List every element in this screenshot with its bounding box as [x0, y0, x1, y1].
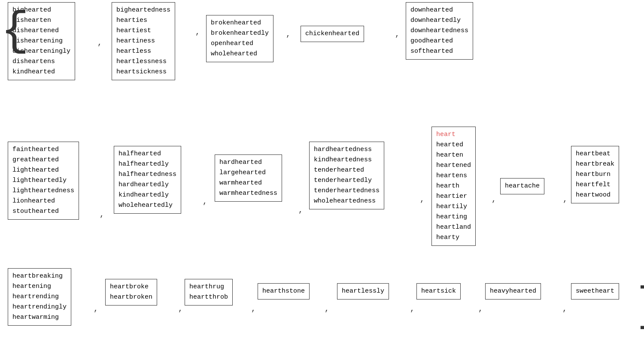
word-heartlessness: heartlessness [116, 57, 170, 67]
word-box-box11: heartache [500, 178, 544, 194]
comma-c3: , [286, 30, 291, 39]
word-box-box14: heartbrokeheartbroken [105, 279, 157, 306]
word-wholehearted: wholehearted [211, 49, 269, 59]
word-halfhearted: halfhearted [118, 149, 176, 159]
word-hardheartedness: hardheartedness [314, 145, 380, 155]
word-heartland: heartland [436, 222, 471, 233]
word-disheartens: disheartens [12, 57, 70, 67]
word-heartened: heartened [436, 160, 471, 171]
comma-c8: , [420, 195, 425, 204]
word-heartache: heartache [505, 181, 540, 191]
word-tenderheartedness: tenderheartedness [314, 186, 380, 196]
comma-c15: , [410, 305, 415, 313]
word-hardheartedly: hardheartedly [118, 180, 176, 190]
word-box-box10: heartheartedheartenheartenedheartenshear… [431, 127, 476, 246]
comma-c6: , [203, 197, 207, 206]
word-box-box7: halfheartedhalfheartedlyhalfheartednessh… [114, 146, 181, 214]
word-box-box8: hardheartedlargeheartedwarmheartedwarmhe… [215, 154, 282, 202]
word-lionhearted: lionhearted [12, 196, 74, 206]
word-hearten: hearten [436, 150, 471, 160]
comma-c9: , [492, 195, 496, 204]
word-heartiness: heartiness [116, 36, 170, 46]
word-box-box19: heavyhearted [485, 283, 541, 300]
word-heartsick: heartsick [421, 286, 456, 297]
word-hearth: hearth [436, 181, 471, 191]
word-box-box4: chickenhearted [301, 26, 364, 42]
word-bigheartedness: bigheartedness [116, 5, 170, 15]
word-downhearted: downhearted [410, 5, 468, 15]
word-box-box13: heartbreakinghearteningheartrendingheart… [8, 268, 71, 326]
word-halfheartedly: halfheartedly [118, 159, 176, 169]
word-heartbroke: heartbroke [110, 282, 152, 292]
word-lighthearted: lighthearted [12, 165, 74, 176]
word-greathearted: greathearted [12, 155, 74, 165]
word-hearted: hearted [436, 140, 471, 150]
word-heartens: heartens [436, 171, 471, 181]
word-chickenhearted: chickenhearted [305, 29, 359, 39]
comma-c4: , [395, 30, 400, 39]
comma-c1: , [97, 39, 102, 47]
word-largehearted: largehearted [219, 168, 277, 178]
word-box-box3: brokenheartedbrokenheartedlyopenheartedw… [206, 15, 273, 62]
word-hearting: hearting [436, 212, 471, 222]
word-downheartedly: downheartedly [410, 15, 468, 26]
main-canvas: bighearteddisheartendishearteneddisheart… [0, 0, 644, 351]
word-box-box5: downhearteddownheartedlydownheartednessg… [406, 2, 473, 60]
word-heartbreaking: heartbreaking [12, 271, 67, 281]
word-box-box6: faintheartedgreatheartedlightheartedligh… [8, 142, 79, 220]
comma-c17: , [562, 305, 567, 313]
word-halfheartedness: halfheartedness [118, 169, 176, 180]
word-box-box18: heartsick [416, 283, 461, 300]
word-box-box16: hearthstone [258, 283, 310, 300]
word-fainthearted: fainthearted [12, 145, 74, 155]
word-heartrendingly: heartrendingly [12, 302, 67, 312]
word-box-box9: hardheartednesskindheartednesstenderhear… [309, 142, 384, 209]
word-goodhearted: goodhearted [410, 36, 468, 46]
word-heartbreak: heartbreak [576, 159, 614, 169]
word-box-box20: sweetheart [571, 283, 619, 300]
word-heartlessly: heartlessly [342, 286, 384, 297]
word-box-box2: bigheartednessheartiesheartiestheartines… [112, 2, 175, 80]
word-warmhearted: warmhearted [219, 178, 277, 188]
comma-c5: , [100, 210, 104, 219]
word-kindhearted: kindhearted [12, 67, 70, 77]
comma-c16: , [478, 305, 483, 313]
word-hardhearted: hardhearted [219, 157, 277, 168]
word-kindheartedly: kindheartedly [118, 190, 176, 200]
comma-c13: , [251, 305, 256, 313]
word-hearty: hearty [436, 233, 471, 243]
word-heartless: heartless [116, 46, 170, 57]
word-tenderheartedly: tenderheartedly [314, 176, 380, 186]
word-heartier: heartier [436, 191, 471, 202]
word-kindheartedness: kindheartedness [314, 155, 380, 165]
word-lightheartedness: lightheartedness [12, 186, 74, 196]
word-heartsickness: heartsickness [116, 67, 170, 77]
word-brokenhearted: brokenhearted [211, 18, 269, 28]
word-box-box15: hearthrugheartthrob [185, 279, 233, 306]
word-heartwood: heartwood [576, 190, 614, 200]
word-lightheartedly: lightheartedly [12, 176, 74, 186]
word-hearthrug: hearthrug [189, 282, 228, 292]
word-heartening: heartening [12, 281, 67, 292]
word-heavyhearted: heavyhearted [490, 286, 536, 297]
word-box-box12: heartbeatheartbreakheartburnheartfelthea… [571, 146, 619, 203]
comma-c7: , [298, 206, 303, 215]
word-downheartedness: downheartedness [410, 26, 468, 36]
word-sweetheart: sweetheart [576, 286, 614, 297]
word-wholeheartedness: wholeheartedness [314, 196, 380, 206]
word-heart: heart [436, 130, 471, 140]
comma-c14: , [325, 305, 329, 313]
word-stouthearted: stouthearted [12, 206, 74, 217]
word-wholeheartedly: wholeheartedly [118, 200, 176, 211]
word-heartburn: heartburn [576, 169, 614, 180]
word-heartbeat: heartbeat [576, 149, 614, 159]
word-heartthrob: heartthrob [189, 292, 228, 303]
left-brace: { [1, 8, 29, 55]
comma-c11: , [94, 305, 98, 313]
word-box-box17: heartlessly [337, 283, 389, 300]
word-softhearted: softhearted [410, 46, 468, 57]
word-heartiest: heartiest [116, 26, 170, 36]
word-heartfelt: heartfelt [576, 180, 614, 190]
word-heartrending: heartrending [12, 292, 67, 302]
right-brace: } [637, 283, 644, 330]
